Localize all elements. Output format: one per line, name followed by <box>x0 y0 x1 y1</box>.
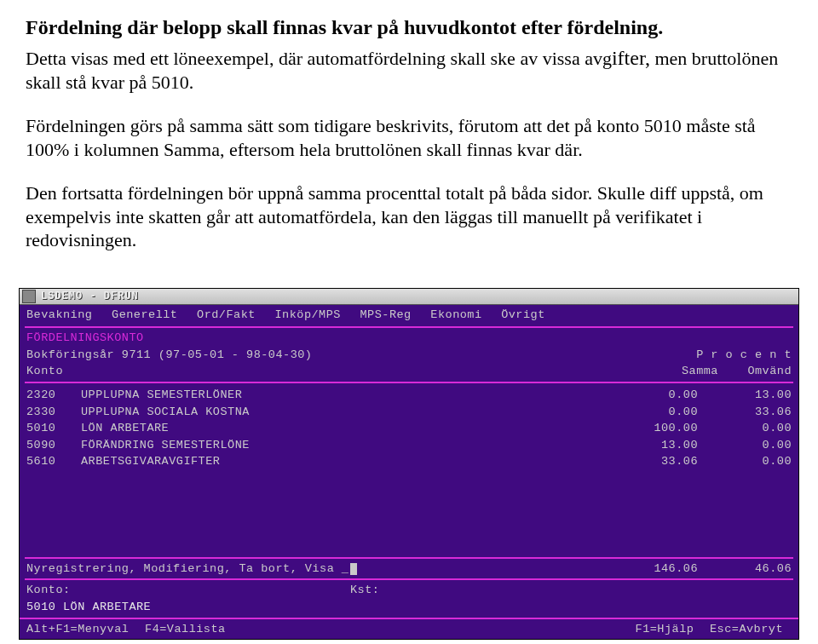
section-title: FÖRDELNINGSKONTO <box>20 330 798 347</box>
doc-p3: Den fortsatta fördelningen bör uppnå sam… <box>26 181 792 252</box>
menubar: Bevakning Generellt Ord/Fakt Inköp/MPS M… <box>20 305 798 325</box>
total-omvand: 46.06 <box>698 561 792 578</box>
menu-inkopmps[interactable]: Inköp/MPS <box>274 308 340 321</box>
kst-field-label: Kst: <box>350 582 792 599</box>
menu-bevakning[interactable]: Bevakning <box>26 308 92 321</box>
row-omvand: 0.00 <box>698 437 792 454</box>
row-name: FÖRÄNDRING SEMESTERLÖNE <box>81 437 604 454</box>
row-omvand: 33.06 <box>698 404 792 421</box>
table-row: 2330 UPPLUPNA SOCIALA KOSTNA 0.00 33.06 <box>26 404 792 421</box>
menu-ordfakt[interactable]: Ord/Fakt <box>197 308 256 321</box>
hint-hjalp: F1=Hjälp <box>636 623 694 635</box>
col-samma: Samma <box>682 365 718 377</box>
hint-menyval: Alt+F1=Menyval <box>26 623 129 635</box>
hint-avbryt: Esc=Avbryt <box>710 623 783 635</box>
col-omvand: Omvänd <box>747 365 792 377</box>
row-samma: 13.00 <box>604 437 698 454</box>
row-code: 5610 <box>26 453 81 470</box>
menu-mpsreg[interactable]: MPS-Reg <box>360 308 412 321</box>
p3a: Den fortsatta fördelningen bör uppnå sam… <box>26 182 592 204</box>
table-row: 5610 ARBETSGIVARAVGIFTER 33.06 0.00 <box>26 453 792 470</box>
row-name: UPPLUPNA SEMESTERLÖNER <box>81 387 604 404</box>
row-code: 2330 <box>26 404 81 421</box>
system-menu-icon[interactable] <box>22 290 36 303</box>
command-prompt[interactable]: Nyregistrering, Modifiering, Ta bort, Vi… <box>26 561 604 578</box>
footer-prompt-row: Nyregistrering, Modifiering, Ta bort, Vi… <box>26 561 792 578</box>
row-omvand: 0.00 <box>698 420 792 437</box>
menu-ekonomi[interactable]: Ekonomi <box>430 308 481 321</box>
window-title: LSDEMO - DFRUN <box>41 290 139 302</box>
table-row: 5010 LÖN ARBETARE 100.00 0.00 <box>26 420 792 437</box>
subheader-row2: Konto Samma Omvänd <box>20 363 798 380</box>
divider <box>25 578 793 580</box>
row-code: 2320 <box>26 387 81 404</box>
konto-detail: 5010 LÖN ARBETARE <box>20 599 798 618</box>
row-name: LÖN ARBETARE <box>81 420 604 437</box>
divider <box>25 326 793 328</box>
konto-header: Konto <box>26 363 682 380</box>
row-code: 5090 <box>26 437 81 454</box>
menu-generellt[interactable]: Generellt <box>112 308 177 321</box>
row-name: UPPLUPNA SOCIALA KOSTNA <box>81 404 604 421</box>
cursor-icon <box>350 563 357 575</box>
divider <box>25 557 793 559</box>
subheader-row1: Bokföringsår 9711 (97-05-01 - 98-04-30) … <box>20 347 798 364</box>
spacer <box>20 474 798 555</box>
doc-intro: Detta visas med ett löneexempel, där aut… <box>26 45 792 95</box>
window-titlebar: LSDEMO - DFRUN <box>20 289 798 305</box>
table-row: 2320 UPPLUPNA SEMESTERLÖNER 0.00 13.00 <box>26 387 792 404</box>
row-samma: 0.00 <box>604 404 698 421</box>
total-samma: 146.06 <box>604 561 698 578</box>
procent-header: P r o c e n t <box>696 347 792 364</box>
doc-p2: Fördelningen görs på samma sätt som tidi… <box>26 114 792 161</box>
row-omvand: 0.00 <box>698 453 792 470</box>
menu-ovrigt[interactable]: Övrigt <box>501 308 545 321</box>
prompt-text: Nyregistrering, Modifiering, Ta bort, Vi… <box>26 562 349 575</box>
hint-vallista: F4=Vallista <box>145 623 226 635</box>
footer-fields: Konto: Kst: <box>26 582 792 599</box>
table-row: 5090 FÖRÄNDRING SEMESTERLÖNE 13.00 0.00 <box>26 437 792 454</box>
statusbar: Alt+F1=Menyval F4=Vallista F1=Hjälp Esc=… <box>20 618 798 640</box>
row-samma: 100.00 <box>604 420 698 437</box>
bokforingsar: Bokföringsår 9711 (97-05-01 - 98-04-30) <box>26 347 696 364</box>
terminal-window: LSDEMO - DFRUN Bevakning Generellt Ord/F… <box>19 288 799 640</box>
column-headers: Samma Omvänd <box>682 363 792 380</box>
doc-heading: Fördelning där belopp skall finnas kvar … <box>26 15 792 40</box>
konto-field-label: Konto: <box>26 582 350 599</box>
intro-part1: Detta visas med ett löneexempel, där aut… <box>26 48 612 69</box>
row-samma: 33.06 <box>604 453 698 470</box>
row-name: ARBETSGIVARAVGIFTER <box>81 453 604 470</box>
row-code: 5010 <box>26 420 81 437</box>
divider <box>25 382 793 383</box>
row-samma: 0.00 <box>604 387 698 404</box>
row-omvand: 13.00 <box>698 387 792 404</box>
data-table: 2320 UPPLUPNA SEMESTERLÖNER 0.00 13.00 2… <box>20 385 798 474</box>
intro-tail: ifter, <box>612 47 650 69</box>
